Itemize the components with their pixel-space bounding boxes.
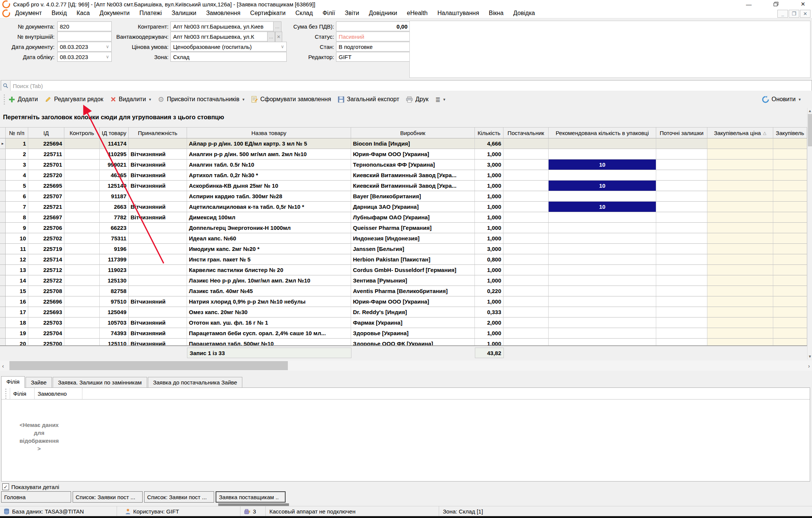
mdi-minimize-icon[interactable]: _ <box>777 10 788 18</box>
cell-vyr[interactable]: Зентива [Румыния] <box>351 275 475 286</box>
cell-control[interactable] <box>64 138 100 149</box>
cell-n[interactable]: 17 <box>6 307 28 317</box>
cell-rec[interactable] <box>549 328 656 339</box>
cell-control[interactable] <box>64 328 100 339</box>
cell-vyr[interactable]: Дарница ЗАО [Украина] <box>351 202 475 212</box>
cell-rec[interactable] <box>549 191 656 202</box>
cell-control[interactable] <box>64 265 100 275</box>
cell-tovar[interactable]: 91187 <box>100 191 129 202</box>
cell-prin[interactable]: Вітчизняний <box>129 296 187 307</box>
cell-rec[interactable] <box>549 339 656 345</box>
cell-tovar[interactable]: 125140 <box>100 181 129 191</box>
window-tab-2[interactable]: Список: Заявки пост ... <box>144 491 214 503</box>
cell-zal[interactable] <box>656 275 707 286</box>
export-button[interactable]: Загальний експорт <box>338 96 399 103</box>
table-row[interactable]: 422572046365ВітчизнянийАртихол табл. 0,2… <box>0 170 807 181</box>
cell-post[interactable] <box>503 254 549 265</box>
cell-tovar[interactable]: 119023 <box>100 265 129 275</box>
cell-post[interactable] <box>503 265 549 275</box>
cell-zal[interactable] <box>656 244 707 254</box>
cell-rec[interactable] <box>549 275 656 286</box>
cell-control[interactable] <box>64 170 100 181</box>
mdi-close-icon[interactable]: ✕ <box>800 10 810 18</box>
edit-row-button[interactable]: Редагувати рядок <box>45 96 103 103</box>
cell-control[interactable] <box>64 339 100 345</box>
assign-suppliers-button[interactable]: ⚙ Присвоїти постачальників▾ <box>158 96 244 103</box>
cell-prin[interactable] <box>129 233 187 244</box>
cell-post[interactable] <box>503 160 549 170</box>
cell-qty[interactable]: 0,333 <box>475 307 503 317</box>
menu-item-Замовлення[interactable]: Замовлення <box>201 9 245 17</box>
cell-zal[interactable] <box>656 317 707 328</box>
table-row[interactable]: 922570666223Доппельгерц Энерготоник-Н 10… <box>0 223 807 233</box>
scroll-up-icon[interactable]: ▲ <box>807 108 812 114</box>
menu-item-Платежі[interactable]: Платежі <box>135 9 167 17</box>
cell-price[interactable] <box>707 170 773 181</box>
cell-vyr[interactable]: Тернопольская ФФ [Украина] <box>351 160 475 170</box>
cell-post[interactable] <box>503 286 549 296</box>
cell-price[interactable] <box>707 307 773 317</box>
scroll-left-icon[interactable]: ‹ <box>0 360 6 371</box>
cell-qty[interactable]: 1,000 <box>475 170 503 181</box>
cell-n[interactable]: 1 <box>6 138 28 149</box>
cell-control[interactable] <box>64 254 100 265</box>
cell-prin[interactable] <box>129 223 187 233</box>
menu-item-Залишки[interactable]: Залишки <box>167 9 201 17</box>
cell-qty[interactable]: 1,000 <box>475 275 503 286</box>
column-header-id[interactable]: ІД <box>28 127 64 138</box>
menu-item-Каса[interactable]: Каса <box>71 9 94 17</box>
cell-rec[interactable]: 10 <box>549 160 656 170</box>
cell-prin[interactable]: Вітчизняний <box>129 328 187 339</box>
vertical-scroll-thumb[interactable] <box>808 114 812 146</box>
cell-control[interactable] <box>64 191 100 202</box>
menu-item-Вихід[interactable]: Вихід <box>47 9 72 17</box>
cell-prin[interactable] <box>129 286 187 296</box>
cell-rec[interactable] <box>549 149 656 160</box>
cell-n[interactable]: 11 <box>6 244 28 254</box>
cell-price[interactable] <box>707 254 773 265</box>
cell-n[interactable]: 14 <box>6 275 28 286</box>
menu-item-Документ[interactable]: Документ <box>10 9 47 17</box>
cell-zal[interactable] <box>656 170 707 181</box>
group-by-panel[interactable]: Перетягніть заголовок колонки сюди для у… <box>0 108 807 126</box>
cell-zal[interactable] <box>656 328 707 339</box>
cell-qty[interactable]: 1,000 <box>475 296 503 307</box>
cell-post[interactable] <box>503 138 549 149</box>
cell-price[interactable] <box>707 296 773 307</box>
table-row[interactable]: 72257212663ВітчизнянийАцетилсалициловая … <box>0 202 807 212</box>
cell-post[interactable] <box>503 202 549 212</box>
cell-rec[interactable] <box>549 317 656 328</box>
cell-control[interactable] <box>64 233 100 244</box>
table-row[interactable]: 622570791187Аспирин кардио табл. 300мг №… <box>0 191 807 202</box>
cell-price2[interactable] <box>773 138 807 149</box>
cell-vyr[interactable]: Юрия-Фарм ООО [Украина] <box>351 149 475 160</box>
cell-control[interactable] <box>64 202 100 212</box>
cell-post[interactable] <box>503 307 549 317</box>
search-icon[interactable] <box>1 81 11 91</box>
cell-price2[interactable] <box>773 233 807 244</box>
table-row[interactable]: 112257199196Имодиум капс. 2мг №20 *Janss… <box>0 244 807 254</box>
cell-price2[interactable] <box>773 317 807 328</box>
cell-n[interactable]: 10 <box>6 233 28 244</box>
cell-name[interactable]: Лазикс табл. 40мг №45 <box>187 286 351 296</box>
cell-price2[interactable] <box>773 223 807 233</box>
cell-rec[interactable] <box>549 170 656 181</box>
cell-prin[interactable]: Вітчизняний <box>129 202 187 212</box>
cell-qty[interactable]: 0,800 <box>475 254 503 265</box>
cell-prin[interactable] <box>129 191 187 202</box>
column-header-price2[interactable]: Закупівель <box>773 127 807 138</box>
cell-tovar[interactable]: 9196 <box>100 244 129 254</box>
window-tab-0[interactable]: Головна <box>1 491 71 503</box>
cell-vyr[interactable]: Здоровье ООО ФК [Украина] <box>351 339 475 345</box>
cell-n[interactable]: 20 <box>6 339 28 345</box>
table-row[interactable]: 1622569697510ВітчизнянийНатрия хлорид 0,… <box>0 296 807 307</box>
cell-n[interactable]: 5 <box>6 181 28 191</box>
cell-price[interactable] <box>707 265 773 275</box>
cell-zal[interactable] <box>656 149 707 160</box>
cell-zal[interactable] <box>656 191 707 202</box>
cell-control[interactable] <box>64 223 100 233</box>
list-options-button[interactable]: ≣ ▾ <box>435 96 446 103</box>
dropdown-arrow-icon[interactable]: ▾ <box>149 97 151 102</box>
cell-rec[interactable]: 10 <box>549 202 656 212</box>
cell-prin[interactable] <box>129 244 187 254</box>
